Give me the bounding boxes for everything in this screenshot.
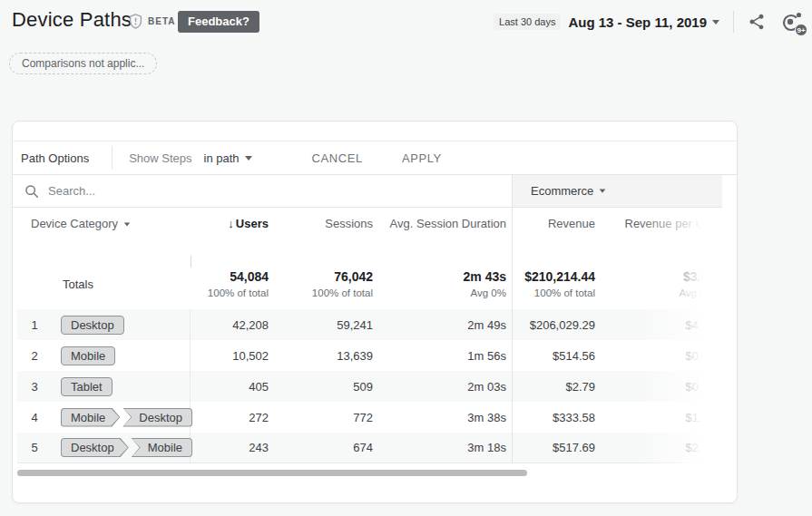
device-chip[interactable]: Desktop	[61, 316, 124, 335]
date-range-selector[interactable]: Aug 13 - Sep 11, 2019	[568, 15, 707, 30]
table-row[interactable]: 4MobileDesktop2727723m 38s$333.58$1.23	[17, 402, 722, 433]
table-header-row: Device Category ↓Users Sessions Avg. Ses…	[17, 208, 722, 258]
notification-badge: 9+	[795, 24, 807, 36]
row-index: 3	[17, 371, 52, 402]
totals-row: Totals 54,084100% of total 76,042100% of…	[17, 258, 722, 309]
metric-value: $514.56	[512, 340, 604, 371]
show-steps-value: in path	[204, 151, 240, 165]
date-preset-badge: Last 30 days	[494, 14, 561, 30]
metric-value: $206,029.29	[512, 309, 604, 340]
metric-value: 772	[278, 402, 382, 433]
row-index: 1	[17, 309, 52, 340]
column-divider-tick	[191, 256, 191, 268]
divider	[112, 146, 113, 170]
metric-value: $333.58	[512, 402, 604, 433]
metric-value: 674	[278, 433, 382, 462]
metric-value: 2m 49s	[382, 309, 512, 340]
header-actions: Last 30 days Aug 13 - Sep 11, 2019 9+	[494, 10, 804, 34]
share-icon	[748, 13, 766, 31]
comparison-chip[interactable]: Comparisons not applic...	[9, 53, 157, 74]
column-header-users[interactable]: ↓Users	[191, 208, 278, 258]
metric-value: $1.23	[604, 402, 722, 433]
search-icon	[24, 183, 40, 200]
row-index: 4	[17, 402, 52, 433]
search-input[interactable]	[48, 184, 447, 198]
metric-value: 509	[278, 371, 382, 402]
metric-value: $2.13	[604, 433, 722, 462]
horizontal-scrollbar[interactable]	[17, 470, 527, 476]
device-chip-label: Mobile	[62, 409, 119, 426]
column-header-avg-session-duration[interactable]: Avg. Session Duration	[382, 208, 512, 258]
device-path-cell: DesktopMobile	[52, 433, 191, 462]
metric-value: 10,502	[191, 340, 278, 371]
shield-alert-icon[interactable]	[127, 13, 144, 34]
share-button[interactable]	[748, 13, 766, 31]
totals-label: Totals	[17, 258, 191, 309]
page-title: Device Paths	[12, 8, 132, 32]
device-chip-label: Desktop	[123, 409, 191, 426]
beta-badge: BETA	[148, 16, 175, 26]
caret-down-icon	[712, 20, 719, 24]
metric-value: 405	[191, 371, 278, 402]
device-path-cell: MobileDesktop	[52, 402, 191, 433]
table-row[interactable]: 2Mobile10,50213,6391m 56s$514.56$0.05	[17, 340, 722, 371]
path-options-tab[interactable]: Path Options	[21, 151, 89, 165]
metric-value: 3m 18s	[382, 433, 512, 462]
device-chip-label: Desktop	[62, 439, 128, 456]
totals-users: 54,084100% of total	[191, 258, 278, 309]
apply-button[interactable]: APPLY	[402, 151, 442, 165]
metric-value: 13,639	[278, 340, 382, 371]
path-options-toolbar: Path Options Show Steps in path CANCEL A…	[13, 141, 737, 175]
metric-value: 3m 38s	[382, 402, 512, 433]
column-header-revenue[interactable]: Revenue	[512, 208, 604, 258]
arrow-down-icon: ↓	[228, 217, 234, 230]
row-index: 2	[17, 340, 52, 371]
column-header-revenue-per-user[interactable]: Revenue per User	[604, 208, 722, 258]
totals-duration: 2m 43sAvg 0%	[382, 258, 512, 309]
metric-value: $0.01	[604, 371, 722, 402]
device-chip-arrow[interactable]: Desktop	[61, 438, 129, 457]
row-index: 5	[17, 433, 52, 462]
device-chip-arrow[interactable]: Desktop	[122, 408, 192, 427]
device-chip[interactable]: Tablet	[61, 377, 113, 396]
device-chip-arrow[interactable]: Mobile	[61, 408, 120, 427]
metric-group-dropdown[interactable]: Ecommerce	[512, 175, 722, 208]
metric-value: 59,241	[278, 309, 382, 340]
device-path-cell: Desktop	[52, 309, 191, 340]
metric-value: 272	[191, 402, 278, 433]
column-header-sessions[interactable]: Sessions	[278, 208, 382, 258]
device-path-cell: Tablet	[52, 371, 191, 402]
device-chip-label: Mobile	[132, 439, 191, 456]
search-bar	[13, 175, 512, 208]
caret-down-icon	[600, 189, 606, 192]
divider	[733, 11, 734, 33]
report-card: Path Options Show Steps in path CANCEL A…	[12, 121, 738, 503]
device-paths-page: Device Paths BETA Feedback? Last 30 days…	[0, 0, 812, 516]
metric-value: 1m 56s	[382, 340, 512, 371]
metric-value: 2m 03s	[382, 371, 512, 402]
show-steps-dropdown[interactable]: in path	[204, 151, 252, 165]
cancel-button[interactable]: CANCEL	[312, 151, 363, 165]
feedback-button[interactable]: Feedback?	[178, 11, 259, 33]
table-body: 1Desktop42,20859,2412m 49s$206,029.29$4.…	[17, 309, 722, 463]
caret-down-icon	[245, 156, 252, 161]
caret-down-icon	[124, 223, 130, 227]
device-chip-arrow[interactable]: Mobile	[132, 438, 192, 457]
metric-group-label: Ecommerce	[531, 184, 593, 198]
metric-value: 42,208	[191, 309, 278, 340]
metric-value: $4.88	[604, 309, 722, 340]
table-row[interactable]: 3Tablet4055092m 03s$2.79$0.01	[17, 371, 722, 402]
show-steps-label: Show Steps	[129, 151, 191, 165]
data-table: Device Category ↓Users Sessions Avg. Ses…	[17, 208, 722, 463]
totals-revenue: $210,214.44100% of total	[512, 258, 604, 309]
table-row[interactable]: 1Desktop42,20859,2412m 49s$206,029.29$4.…	[17, 309, 722, 340]
totals-sessions: 76,042100% of total	[278, 258, 382, 309]
insights-button[interactable]: 9+	[780, 10, 804, 34]
column-header-device-category[interactable]: Device Category	[17, 208, 191, 258]
metric-value: $2.79	[512, 371, 604, 402]
metric-value: $517.69	[512, 433, 604, 462]
device-path-cell: Mobile	[52, 340, 191, 371]
device-chip[interactable]: Mobile	[61, 346, 115, 365]
metric-value: 243	[191, 433, 278, 462]
table-row[interactable]: 5DesktopMobile2436743m 18s$517.69$2.13	[17, 433, 722, 463]
